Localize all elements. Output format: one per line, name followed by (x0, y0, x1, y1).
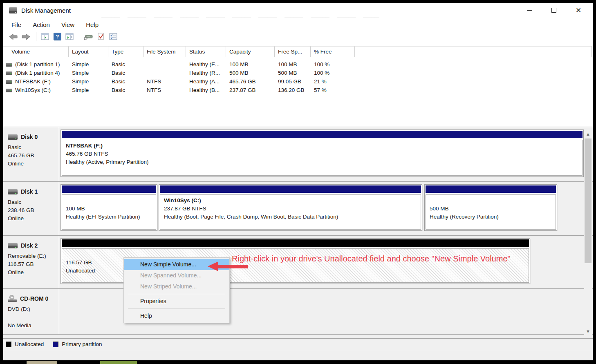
forward-arrow-icon[interactable] (20, 32, 31, 42)
desktop-fragment (27, 361, 57, 364)
partition-info: 100 MBHealthy (EFI System Partition) (62, 194, 156, 230)
menu-separator (128, 308, 225, 309)
table-row[interactable]: NTFSBAK (F:)SimpleBasicNTFSHealthy (A...… (3, 77, 593, 86)
disk-name: Disk 2 (21, 242, 38, 249)
minimize-button[interactable] (525, 6, 534, 15)
partition-status-line: Healthy (Active, Primary Partition) (66, 159, 580, 167)
status-strip (3, 350, 593, 360)
column-header-layout[interactable]: Layout (69, 46, 108, 57)
partition-zone[interactable]: 100 MBHealthy (EFI System Partition)Win1… (60, 182, 585, 235)
partition-zone[interactable]: NTFSBAK (F:)465.76 GB NTFSHealthy (Activ… (60, 127, 585, 181)
scroll-up-icon[interactable]: ▲ (584, 130, 592, 137)
disk-icon-top (8, 243, 18, 246)
scrollbar-thumb[interactable] (585, 138, 592, 263)
disk-detail-line: Basic (8, 198, 57, 206)
volume-name-text: (Disk 1 partition 4) (15, 70, 60, 76)
legend-swatch (53, 342, 58, 347)
window-controls: ✕ (525, 6, 583, 15)
cd-disc (9, 295, 14, 300)
column-header-status[interactable]: Status (186, 46, 226, 57)
check-document-icon[interactable] (96, 32, 106, 42)
back-arrow-icon[interactable] (8, 32, 19, 42)
cd-tray (8, 299, 17, 302)
partition-box[interactable]: 100 MBHealthy (EFI System Partition) (60, 184, 157, 231)
disk-name-line: Disk 2 (8, 242, 57, 249)
toolbar: ? (3, 30, 593, 43)
partition-info: 500 MBHealthy (Recovery Partition) (426, 194, 556, 230)
context-menu-item-properties[interactable]: Properties (124, 296, 229, 307)
menu-item-file[interactable]: File (11, 20, 27, 29)
partition-title (430, 197, 554, 205)
help-icon[interactable]: ? (52, 32, 63, 42)
volume-icon (6, 80, 12, 84)
disk-label-panel[interactable]: Disk 2Removable (E:)116.57 GBOnline (3, 236, 59, 288)
disk-label-panel[interactable]: Disk 1Basic238.46 GBOnline (3, 182, 59, 235)
disk-icon-top (8, 189, 18, 192)
column-header-free_space[interactable]: Free Sp... (275, 46, 311, 57)
cell-file_system: NTFS (143, 78, 186, 85)
disk-icon-led (15, 193, 16, 194)
cell-pct_free: 57 % (311, 87, 355, 93)
context-menu-item-new-striped-volume: New Striped Volume... (124, 281, 229, 292)
menu-item-view[interactable]: View (61, 20, 80, 29)
cell-volume: Win10Sys (C:) (3, 87, 69, 93)
menu-item-help[interactable]: Help (86, 20, 104, 29)
disk-label-panel[interactable]: Disk 0Basic465.76 GBOnline (3, 127, 59, 181)
volume-list-header: VolumeLayoutTypeFile SystemStatusCapacit… (3, 46, 592, 57)
partition-box[interactable]: NTFSBAK (F:)465.76 GB NTFSHealthy (Activ… (60, 130, 584, 177)
disk-management-app-icon (9, 7, 17, 13)
desktop-fragment (100, 361, 137, 364)
table-row[interactable]: (Disk 1 partition 4)SimpleBasicHealthy (… (3, 69, 593, 77)
disk-tool-icon[interactable] (83, 32, 94, 42)
annotation-text: Right-click in your drive's Unallocated … (232, 254, 511, 264)
partition-status-line: Healthy (Boot, Page File, Crash Dump, Wi… (164, 214, 419, 222)
disk-label-panel[interactable]: CD-ROM 0DVD (D:) No Media (3, 289, 59, 334)
scroll-down-icon[interactable]: ▼ (584, 328, 592, 335)
title-bar[interactable]: Disk Management ✕ (3, 3, 593, 17)
cell-free_space: 136.20 GB (275, 87, 311, 93)
cell-pct_free: 100 % (311, 61, 355, 67)
show-action-pane-icon[interactable] (64, 32, 75, 42)
minimize-icon (527, 10, 532, 11)
disk-detail-line: 465.76 GB (8, 152, 57, 160)
partition-box[interactable]: Win10Sys (C:)237.87 GB NTFSHealthy (Boot… (159, 184, 422, 231)
disk-name: Disk 1 (21, 188, 38, 195)
partition-box[interactable]: 500 MBHealthy (Recovery Partition) (424, 184, 557, 231)
maximize-button[interactable] (549, 6, 558, 15)
disk-detail-line: 116.57 GB (8, 260, 57, 268)
show-console-tree-icon[interactable] (40, 32, 50, 42)
cell-layout: Simple (69, 78, 108, 85)
disk-detail-line: Online (8, 214, 57, 223)
cell-status: Healthy (A... (186, 78, 226, 85)
legend-label: Primary partition (62, 341, 102, 347)
volume-name-text: NTFSBAK (F:) (15, 78, 51, 85)
column-header-volume[interactable]: Volume (3, 46, 69, 57)
unallocated-band (62, 239, 529, 247)
cell-free_space: 100 MB (275, 61, 311, 67)
column-header-capacity[interactable]: Capacity (226, 46, 275, 57)
close-icon: ✕ (576, 7, 581, 14)
close-button[interactable]: ✕ (574, 6, 583, 15)
table-row[interactable]: (Disk 1 partition 1)SimpleBasicHealthy (… (3, 60, 593, 69)
context-menu-item-help[interactable]: Help (124, 310, 229, 322)
checklist-icon[interactable] (108, 32, 119, 42)
column-header-pct_free[interactable]: % Free (311, 46, 355, 57)
vertical-scrollbar[interactable]: ▲ ▼ (584, 130, 592, 335)
disk-icon-top (8, 134, 18, 138)
cell-capacity: 100 MB (226, 61, 275, 67)
volume-list: (Disk 1 partition 1)SimpleBasicHealthy (… (3, 60, 593, 94)
column-header-file_system[interactable]: File System (143, 46, 186, 57)
menu-bar: FileActionViewHelp (3, 20, 593, 29)
disk-icon (8, 134, 18, 140)
menu-item-action[interactable]: Action (33, 20, 56, 29)
toolbar-separator (36, 32, 36, 41)
volume-icon (6, 89, 12, 92)
maximize-icon (551, 8, 556, 13)
disk-name: CD-ROM 0 (20, 295, 48, 302)
partition-title: Win10Sys (C:) (164, 197, 419, 205)
table-row[interactable]: Win10Sys (C:)SimpleBasicNTFSHealthy (B..… (3, 86, 593, 94)
column-header-type[interactable]: Type (108, 46, 143, 57)
legend-swatch (6, 342, 11, 347)
graphical-view-pane: Disk 0Basic465.76 GBOnlineNTFSBAK (F:)46… (3, 127, 593, 338)
disk-row-cd-rom-0: CD-ROM 0DVD (D:) No Media (3, 289, 593, 335)
